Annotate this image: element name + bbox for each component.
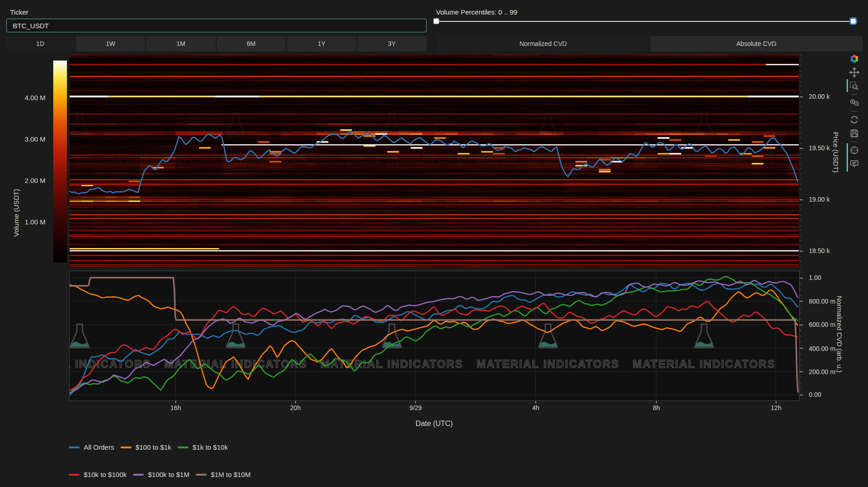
cvd-tick-200m: 200.00 m: [809, 368, 835, 375]
legend-item-1m-10m[interactable]: $1M to $10M: [196, 471, 251, 478]
ticker-label: Ticker: [10, 8, 28, 16]
cvd-tick-100: 1.00: [809, 274, 821, 281]
cvd-tick-600m: 600.00 m: [809, 321, 835, 328]
cvd-tickmark: [800, 395, 803, 396]
legend-row-2: $10k to $100k $100k to $1M $1M to $10M: [69, 471, 251, 478]
legend-swatch-1m-10m: [196, 474, 207, 476]
timeframe-button-group: 1D 1W 1M 6M 1Y 3Y: [5, 36, 426, 51]
legend-swatch-100-1k: [121, 446, 132, 448]
legend-row-1: All Orders $100 to $1k $1k to $10k: [69, 443, 228, 451]
timeframe-button-1w[interactable]: 1W: [76, 36, 146, 51]
cvd-tick-0: 0.00: [809, 391, 821, 398]
timeframe-button-3y[interactable]: 3Y: [357, 36, 427, 51]
x-tick-12h: 12h: [771, 404, 781, 411]
pan-icon[interactable]: [848, 66, 860, 78]
cvd-tickmark: [800, 325, 803, 325]
legend-item-100-1k[interactable]: $100 to $1k: [121, 443, 171, 451]
timeframe-button-1d[interactable]: 1D: [5, 36, 75, 51]
cvd-tickmark: [800, 348, 803, 349]
normalized-cvd-button[interactable]: Normalized CVD: [437, 36, 650, 51]
plotly-logo-icon[interactable]: [848, 53, 860, 65]
cvd-button-group: Normalized CVD Absolute CVD: [437, 36, 863, 51]
legend-item-100k-1m[interactable]: $100k to $1M: [133, 471, 189, 478]
cvd-tickmark: [800, 371, 803, 372]
price-tick-195k: 19.50 k: [809, 144, 830, 152]
volume-axis-title: Volume (USDT): [12, 189, 20, 237]
legend-item-10k-100k[interactable]: $10k to $100k: [69, 471, 127, 478]
price-axis-title: Price (USDT): [832, 132, 840, 172]
plotly-modebar: [848, 53, 860, 172]
x-tickmark: [656, 401, 657, 403]
volume-heatmap-chart[interactable]: [70, 54, 799, 268]
timeframe-button-1y[interactable]: 1Y: [287, 36, 356, 51]
zoom-in-out-icon[interactable]: [848, 97, 860, 109]
x-tick-20h: 20h: [290, 404, 300, 411]
legend-swatch-1k-10k: [178, 446, 188, 448]
legend-item-1k-10k[interactable]: $1k to $10k: [178, 443, 228, 451]
legend-swatch-100k-1m: [133, 474, 144, 476]
cvd-tickmark: [800, 301, 803, 302]
normalized-cvd-chart[interactable]: [70, 271, 799, 401]
volume-percentiles-label: Volume Percentiles: 0 .. 99: [436, 8, 517, 16]
x-tickmark: [415, 401, 416, 403]
ticker-input[interactable]: [6, 19, 426, 32]
x-axis-title: Date (UTC): [416, 420, 453, 428]
x-tick-4h: 4h: [532, 404, 539, 411]
price-tick-20k: 20.00 k: [809, 93, 830, 100]
colorbar-tick-1m: 1.00 M: [2, 218, 46, 226]
cvd-tick-400m: 400.00 m: [809, 345, 835, 352]
firecharts-app: { "ticker": { "label": "Ticker", "value"…: [0, 0, 868, 487]
price-tick-185k: 18.50 k: [809, 247, 830, 254]
cvd-axis-title: Normalized CVD (arb. u.): [836, 296, 843, 372]
x-tickmark: [776, 401, 777, 403]
zoom-box-icon[interactable]: [848, 80, 860, 92]
percentile-slider-handle-min[interactable]: [433, 18, 439, 24]
x-tick-8h: 8h: [653, 404, 660, 411]
spikelines-icon[interactable]: [848, 144, 860, 156]
x-tick-16h: 16h: [170, 404, 181, 411]
reset-axes-icon[interactable]: [848, 114, 860, 126]
cvd-minor-ticks: [800, 272, 801, 401]
absolute-cvd-button[interactable]: Absolute CVD: [650, 36, 863, 51]
x-tickmark: [535, 401, 536, 403]
cvd-tickmark: [800, 278, 803, 279]
colorbar-tick-3m: 3.00 M: [2, 135, 46, 143]
hover-tooltip-icon[interactable]: [848, 158, 860, 170]
x-tickmark: [175, 401, 176, 403]
legend-swatch-all-orders: [69, 446, 80, 448]
volume-colorbar: [53, 61, 67, 263]
timeframe-button-6m[interactable]: 6M: [217, 36, 286, 51]
timeframe-button-1m[interactable]: 1M: [146, 36, 216, 51]
legend-item-all-orders[interactable]: All Orders: [69, 443, 114, 451]
percentile-slider-track[interactable]: [436, 21, 858, 22]
cvd-tick-800m: 800.00 m: [809, 298, 835, 305]
colorbar-tick-4m: 4.00 M: [2, 94, 46, 101]
save-snapshot-icon[interactable]: [848, 127, 860, 139]
colorbar-tick-2m: 2.00 M: [2, 177, 46, 184]
x-tick-929: 9/29: [409, 404, 421, 411]
price-minor-ticks: [800, 55, 801, 267]
percentile-slider-handle-max[interactable]: [849, 17, 857, 25]
price-tick-19k: 19.00 k: [809, 196, 830, 203]
x-tickmark: [295, 401, 296, 403]
legend-swatch-10k-100k: [69, 474, 80, 476]
